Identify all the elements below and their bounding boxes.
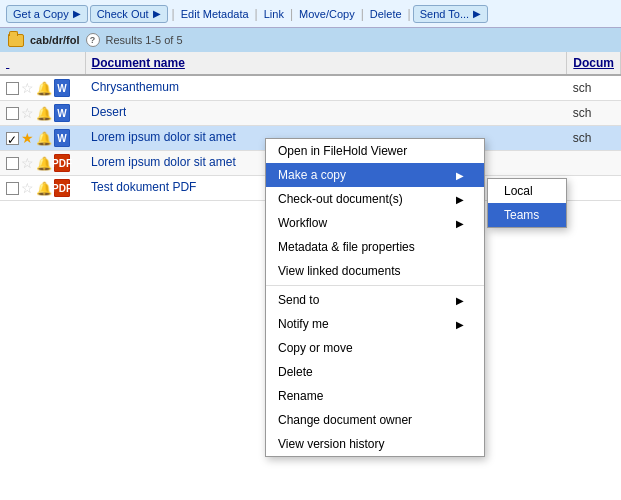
submenu-arrow-icon: ▶	[456, 194, 464, 205]
check-out-button[interactable]: Check Out ▶	[90, 5, 168, 23]
word-file-icon: W	[54, 129, 70, 147]
doc-right-cell	[567, 176, 621, 201]
alert-icon[interactable]: 🔔	[36, 106, 52, 121]
context-menu: Open in FileHold ViewerMake a copy▶Check…	[265, 138, 485, 457]
sep5: |	[408, 7, 411, 21]
table-row: ☆ 🔔 W Desertsch	[0, 101, 621, 126]
send-to-arrow: ▶	[473, 8, 481, 19]
context-menu-item-workflow[interactable]: Workflow▶	[266, 211, 484, 235]
alert-icon[interactable]: 🔔	[36, 156, 52, 171]
doc-name-cell: Desert	[85, 101, 567, 126]
menu-item-label: Change document owner	[278, 413, 412, 427]
menu-item-label: Make a copy	[278, 168, 346, 182]
send-to-button[interactable]: Send To... ▶	[413, 5, 488, 23]
context-menu-item-metadata-props[interactable]: Metadata & file properties	[266, 235, 484, 259]
menu-item-label: View linked documents	[278, 264, 401, 278]
word-file-icon: W	[54, 104, 70, 122]
menu-item-label: Metadata & file properties	[278, 240, 415, 254]
help-icon[interactable]: ?	[86, 33, 100, 47]
folder-icon	[8, 34, 24, 47]
context-menu-item-view-linked[interactable]: View linked documents	[266, 259, 484, 283]
alert-icon[interactable]: 🔔	[36, 81, 52, 96]
context-menu-item-send-to[interactable]: Send to▶	[266, 288, 484, 312]
context-menu-item-notify-me[interactable]: Notify me▶	[266, 312, 484, 336]
menu-item-label: View version history	[278, 437, 385, 451]
context-menu-item-rename[interactable]: Rename	[266, 384, 484, 408]
menu-item-label: Open in FileHold Viewer	[278, 144, 407, 158]
doc-right-cell	[567, 151, 621, 176]
star-icon[interactable]: ☆	[21, 155, 34, 171]
row-checkbox[interactable]	[6, 182, 19, 195]
menu-item-label: Copy or move	[278, 341, 353, 355]
doc-name-cell: Chrysanthemum	[85, 75, 567, 101]
menu-item-label: Workflow	[278, 216, 327, 230]
submenu-arrow-icon: ▶	[456, 218, 464, 229]
results-count: Results 1-5 of 5	[106, 34, 183, 46]
row-controls-cell: ☆ 🔔 PDF	[0, 176, 85, 201]
word-file-icon: W	[54, 79, 70, 97]
context-menu-item-copy-move[interactable]: Copy or move	[266, 336, 484, 360]
star-icon[interactable]: ★	[21, 130, 34, 146]
menu-item-label: Notify me	[278, 317, 329, 331]
edit-metadata-button[interactable]: Edit Metadata	[177, 6, 253, 22]
doc-name-link[interactable]: Desert	[91, 105, 126, 119]
doc-name-link[interactable]: Test dokument PDF	[91, 180, 196, 194]
table-header-row: Document name Docum	[0, 52, 621, 75]
row-controls-cell: ☆ 🔔 W	[0, 75, 85, 101]
context-menu-item-make-copy[interactable]: Make a copy▶	[266, 163, 484, 187]
get-copy-arrow: ▶	[73, 8, 81, 19]
doc-name-link[interactable]: Chrysanthemum	[91, 80, 179, 94]
doc-name-link[interactable]: Lorem ipsum dolor sit amet	[91, 155, 236, 169]
get-copy-button[interactable]: Get a Copy ▶	[6, 5, 88, 23]
sub-menu-item-local[interactable]: Local	[488, 179, 566, 203]
context-menu-item-delete[interactable]: Delete	[266, 360, 484, 384]
sep1: |	[172, 7, 175, 21]
menu-item-label: Check-out document(s)	[278, 192, 403, 206]
breadcrumb-path: cab/dr/fol	[30, 34, 80, 46]
star-icon[interactable]: ☆	[21, 180, 34, 196]
col-doc-name[interactable]: Document name	[85, 52, 567, 75]
toolbar: Get a Copy ▶ Check Out ▶ | Edit Metadata…	[0, 0, 621, 28]
pdf-file-icon: PDF	[54, 179, 70, 197]
row-controls-cell: ☆ 🔔 PDF	[0, 151, 85, 176]
sub-menu-item-teams[interactable]: Teams	[488, 203, 566, 227]
sub-menu: LocalTeams	[487, 178, 567, 228]
row-controls-cell: ☆ 🔔 W	[0, 101, 85, 126]
context-menu-separator	[266, 285, 484, 286]
col-controls	[0, 52, 85, 75]
row-controls-cell: ✓ ★ 🔔 W	[0, 126, 85, 151]
menu-item-label: Send to	[278, 293, 319, 307]
row-checkbox[interactable]: ✓	[6, 132, 19, 145]
row-checkbox[interactable]	[6, 107, 19, 120]
doc-right-cell: sch	[567, 75, 621, 101]
link-button[interactable]: Link	[260, 6, 288, 22]
doc-name-link[interactable]: Lorem ipsum dolor sit amet	[91, 130, 236, 144]
context-menu-item-view-history[interactable]: View version history	[266, 432, 484, 456]
menu-item-label: Delete	[278, 365, 313, 379]
row-checkbox[interactable]	[6, 157, 19, 170]
menu-item-label: Rename	[278, 389, 323, 403]
move-copy-button[interactable]: Move/Copy	[295, 6, 359, 22]
star-icon[interactable]: ☆	[21, 80, 34, 96]
sep2: |	[255, 7, 258, 21]
doc-right-cell: sch	[567, 101, 621, 126]
col-doc-right: Docum	[567, 52, 621, 75]
context-menu-item-open-filehold[interactable]: Open in FileHold Viewer	[266, 139, 484, 163]
breadcrumb-bar: cab/dr/fol ? Results 1-5 of 5	[0, 28, 621, 52]
star-icon[interactable]: ☆	[21, 105, 34, 121]
check-out-arrow: ▶	[153, 8, 161, 19]
submenu-arrow-icon: ▶	[456, 170, 464, 181]
alert-icon[interactable]: 🔔	[36, 181, 52, 196]
sep3: |	[290, 7, 293, 21]
submenu-arrow-icon: ▶	[456, 319, 464, 330]
doc-right-cell: sch	[567, 126, 621, 151]
alert-icon[interactable]: 🔔	[36, 131, 52, 146]
sep4: |	[361, 7, 364, 21]
delete-button[interactable]: Delete	[366, 6, 406, 22]
pdf-file-icon: PDF	[54, 154, 70, 172]
context-menu-item-check-out-docs[interactable]: Check-out document(s)▶	[266, 187, 484, 211]
row-checkbox[interactable]	[6, 82, 19, 95]
context-menu-item-change-owner[interactable]: Change document owner	[266, 408, 484, 432]
submenu-arrow-icon: ▶	[456, 295, 464, 306]
table-row: ☆ 🔔 W Chrysanthemumsch	[0, 75, 621, 101]
